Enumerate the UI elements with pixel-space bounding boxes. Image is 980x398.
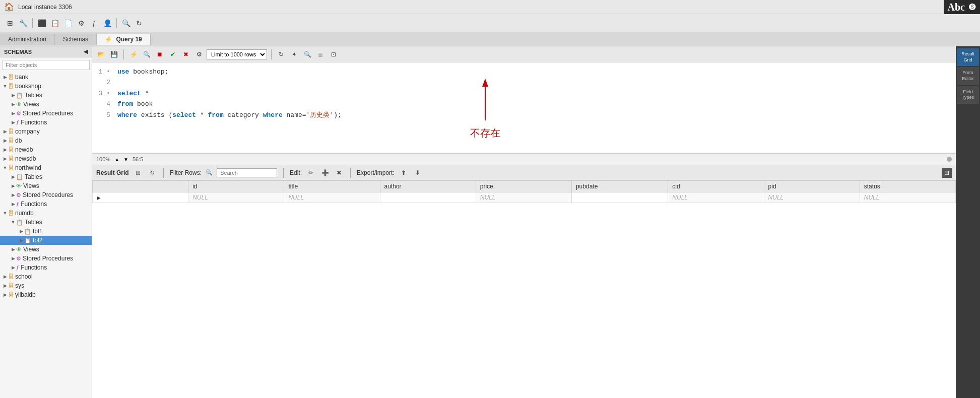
tree-item-numdb-funcs[interactable]: ▶ ƒ Functions xyxy=(0,263,92,272)
tree-item-northwind-funcs[interactable]: ▶ ƒ Functions xyxy=(0,200,92,209)
col-cid[interactable]: cid xyxy=(668,181,764,192)
col-title[interactable]: title xyxy=(284,181,380,192)
cell-cid[interactable]: NULL xyxy=(668,192,764,203)
tab-administration[interactable]: Administration xyxy=(0,34,55,45)
tree-item-numdb-tables[interactable]: ▼ 📋 Tables xyxy=(0,218,92,227)
field-types-btn[interactable]: FieldTypes xyxy=(957,86,979,104)
col-price[interactable]: price xyxy=(476,181,571,192)
export-btn1[interactable]: ⬆ xyxy=(399,168,409,178)
rollback-btn[interactable]: ✖ xyxy=(180,49,191,60)
tree-item-newsdb[interactable]: ▶ 🗄 newsdb xyxy=(0,154,92,163)
arrow-bookshop: ▼ xyxy=(2,84,8,89)
col-status[interactable]: status xyxy=(860,181,955,192)
new-table-icon[interactable]: 📋 xyxy=(49,17,61,29)
label-newdb: newdb xyxy=(15,146,33,153)
refresh-btn[interactable]: ↻ xyxy=(276,49,287,60)
cell-status[interactable]: NULL xyxy=(860,192,955,203)
tree-item-bookshop-procs[interactable]: ▶ ⚙ Stored Procedures xyxy=(0,109,92,118)
sql-editor[interactable]: 1 • 2 3 • 4 5 use bookshop; select * fro… xyxy=(92,62,956,153)
home-icon[interactable]: 🏠 xyxy=(4,2,14,12)
reconnect-icon[interactable]: ↻ xyxy=(133,17,145,29)
wrap-btn[interactable]: ⊡ xyxy=(328,49,339,60)
db-icon-bank: 🗄 xyxy=(8,74,14,80)
edit-btn1[interactable]: ✏ xyxy=(306,168,316,178)
cell-pubdate[interactable] xyxy=(571,192,668,203)
new-user-icon[interactable]: 👤 xyxy=(101,17,113,29)
tab-schemas[interactable]: Schemas xyxy=(55,34,97,45)
db-icon-yilbaidb: 🗄 xyxy=(8,292,14,298)
zoom-up-btn[interactable]: ▲ xyxy=(114,157,119,162)
save-btn[interactable]: 💾 xyxy=(108,49,119,60)
tree-item-company[interactable]: ▶ 🗄 company xyxy=(0,127,92,136)
db-icon-company: 🗄 xyxy=(8,128,14,135)
export-btn2[interactable]: ⬇ xyxy=(413,168,423,178)
search-icon[interactable]: 🔍 xyxy=(120,17,132,29)
filter-input[interactable] xyxy=(2,60,90,70)
search-icon: 🔍 xyxy=(206,169,213,176)
tree-item-sys[interactable]: ▶ 🗄 sys xyxy=(0,281,92,290)
cell-id[interactable]: NULL xyxy=(188,192,284,203)
result-grid-btn[interactable]: ResultGrid xyxy=(957,48,979,66)
stop-btn[interactable]: ⏹ xyxy=(154,49,165,60)
tree-item-northwind-procs[interactable]: ▶ ⚙ Stored Procedures xyxy=(0,190,92,200)
tree-item-newdb[interactable]: ▶ 🗄 newdb xyxy=(0,145,92,154)
new-function-icon[interactable]: ƒ xyxy=(88,17,100,29)
tree-item-bookshop-views[interactable]: ▶ 👁 Views xyxy=(0,100,92,109)
tree-item-db[interactable]: ▶ 🗄 db xyxy=(0,136,92,145)
tree-item-tbl1[interactable]: ▶ 📋 tbl1 xyxy=(0,227,92,236)
sidebar: SCHEMAS ◀ ▶ 🗄 bank ▼ 🗄 bookshop ▶ 📋 Tabl… xyxy=(0,46,92,398)
toggle-action-btn[interactable]: ⚙ xyxy=(193,49,205,60)
beautify-btn[interactable]: ✦ xyxy=(289,49,300,60)
col-pid[interactable]: pid xyxy=(764,181,860,192)
form-editor-btn[interactable]: FormEditor xyxy=(957,67,979,85)
cell-title[interactable]: NULL xyxy=(284,192,380,203)
commit-btn[interactable]: ✔ xyxy=(167,49,178,60)
tree-item-yilbaidb[interactable]: ▶ 🗄 yilbaidb xyxy=(0,290,92,299)
execute-btn[interactable]: ⚡ xyxy=(128,49,139,60)
explain-btn[interactable]: 🔍 xyxy=(141,49,152,60)
cell-price[interactable]: NULL xyxy=(476,192,571,203)
views-icon-nm: 👁 xyxy=(16,246,22,252)
limit-select[interactable]: Limit to 1000 rows xyxy=(207,49,267,59)
open-file-btn[interactable]: 📂 xyxy=(95,49,106,60)
edit-btn2[interactable]: ➕ xyxy=(320,168,330,178)
arrow-nw-tables: ▶ xyxy=(10,174,16,179)
tab-query19[interactable]: ⚡ Query 19 xyxy=(97,34,151,45)
sidebar-collapse-icon[interactable]: ◀ xyxy=(84,48,88,55)
arrow-db: ▶ xyxy=(2,138,8,143)
new-view-icon[interactable]: 📄 xyxy=(62,17,74,29)
tree-item-bookshop-tables[interactable]: ▶ 📋 Tables xyxy=(0,91,92,100)
grid-refresh-btn[interactable]: ↻ xyxy=(147,168,157,178)
user-icon: 🅢 xyxy=(969,3,976,11)
col-pubdate[interactable]: pubdate xyxy=(571,181,668,192)
col-id[interactable]: id xyxy=(188,181,284,192)
tree-item-numdb-views[interactable]: ▶ 👁 Views xyxy=(0,245,92,254)
new-procedure-icon[interactable]: ⚙ xyxy=(75,17,87,29)
cell-pid[interactable]: NULL xyxy=(764,192,860,203)
tree-item-school[interactable]: ▶ 🗄 school xyxy=(0,272,92,281)
tree-item-numdb-procs[interactable]: ▶ ⚙ Stored Procedures xyxy=(0,254,92,263)
cell-author[interactable] xyxy=(380,192,476,203)
tree-item-bank[interactable]: ▶ 🗄 bank xyxy=(0,73,92,82)
tree-item-northwind-tables[interactable]: ▶ 📋 Tables xyxy=(0,172,92,181)
manage-connections-icon[interactable]: 🔧 xyxy=(17,17,29,29)
tree-item-bookshop[interactable]: ▼ 🗄 bookshop xyxy=(0,82,92,91)
format-btn[interactable]: ≣ xyxy=(315,49,326,60)
col-author[interactable]: author xyxy=(380,181,476,192)
new-connection-icon[interactable]: ⊞ xyxy=(4,17,16,29)
tree-item-northwind-views[interactable]: ▶ 👁 Views xyxy=(0,181,92,190)
wrap-results-btn[interactable]: ⊟ xyxy=(942,168,952,178)
grid-options-btn[interactable]: ⊞ xyxy=(133,168,143,178)
zoom-in-btn[interactable]: 🔍 xyxy=(302,49,313,60)
sep3 xyxy=(163,168,164,178)
tree-item-tbl2[interactable]: ▶ 📋 tbl2 xyxy=(0,236,92,245)
arrow-nm-tables: ▼ xyxy=(10,220,16,225)
tree-item-northwind[interactable]: ▼ 🗄 northwind xyxy=(0,163,92,172)
tree-item-bookshop-funcs[interactable]: ▶ ƒ Functions xyxy=(0,118,92,127)
tree-item-numdb[interactable]: ▼ 🗄 numdb xyxy=(0,209,92,218)
edit-btn3[interactable]: ✖ xyxy=(334,168,344,178)
filter-rows-input[interactable] xyxy=(217,168,277,177)
new-schema-icon[interactable]: ⬛ xyxy=(36,17,48,29)
arrow-bank: ▶ xyxy=(2,75,8,80)
zoom-down-btn[interactable]: ▼ xyxy=(123,157,128,162)
